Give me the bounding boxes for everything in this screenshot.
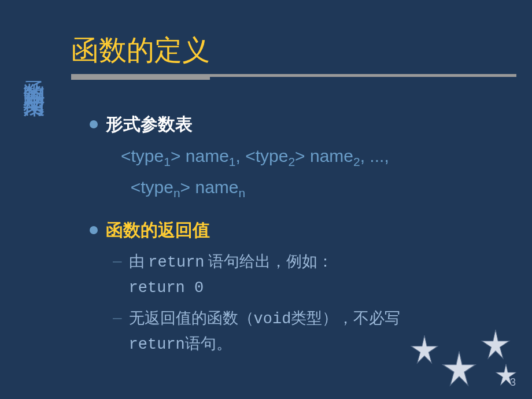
bullet-dot-icon — [90, 120, 98, 128]
syntax-text: , <type — [236, 146, 289, 165]
bullet-label: 形式参数表 — [106, 113, 193, 136]
content-area: 形式参数表 <type1> name1, <type2> name2, ...,… — [90, 113, 518, 363]
slide: 函数的定义与使用 函数的定义 形式参数表 <type1> name1, <typ… — [0, 0, 532, 399]
syntax-line: <type1> name1, <type2> name2, ..., <type… — [121, 143, 518, 206]
code-text: return — [129, 336, 185, 353]
title-underline — [71, 74, 516, 77]
dash-item: – 无返回值的函数（void类型），不必写return语句。 — [113, 306, 518, 357]
syntax-text: > name — [171, 146, 229, 165]
sidebar-title: 函数的定义与使用 — [23, 64, 46, 82]
bullet-dot-icon — [90, 226, 98, 234]
dash-text: 由 return 语句给出，例如：return 0 — [129, 249, 334, 300]
syntax-sub: 2 — [353, 155, 360, 168]
text: 语句。 — [185, 335, 232, 352]
page-title: 函数的定义 — [71, 32, 210, 69]
code-text: void — [254, 311, 291, 328]
syntax-text: > name — [295, 146, 353, 165]
syntax-sub: 1 — [164, 155, 171, 168]
syntax-sub: n — [239, 186, 246, 200]
text: 由 — [129, 253, 149, 270]
syntax-sub: 2 — [288, 155, 295, 168]
bullet-item-return: 函数的返回值 — [90, 219, 518, 242]
code-text: return 0 — [129, 279, 204, 297]
star-icon — [441, 350, 478, 387]
syntax-text: > name — [180, 178, 239, 197]
star-icon — [494, 363, 518, 386]
dash-text: 无返回值的函数（void类型），不必写return语句。 — [129, 306, 401, 357]
text: 无返回值的函数（ — [129, 309, 254, 327]
syntax-sub: n — [173, 186, 180, 200]
dash-icon: – — [113, 252, 122, 270]
dash-item: – 由 return 语句给出，例如：return 0 — [113, 249, 518, 300]
star-icon — [409, 334, 439, 364]
code-text: return — [148, 254, 204, 271]
syntax-sub: 1 — [229, 155, 236, 168]
text: 语句给出，例如： — [205, 253, 334, 270]
bullet-label: 函数的返回值 — [106, 219, 210, 242]
bullet-item-params: 形式参数表 — [90, 113, 518, 136]
syntax-text: <type — [131, 178, 173, 197]
text: 类型），不必写 — [291, 309, 400, 327]
dash-icon: – — [113, 308, 122, 327]
star-icon — [480, 328, 511, 360]
syntax-text: <type — [121, 146, 164, 165]
syntax-text: , ..., — [360, 146, 389, 165]
